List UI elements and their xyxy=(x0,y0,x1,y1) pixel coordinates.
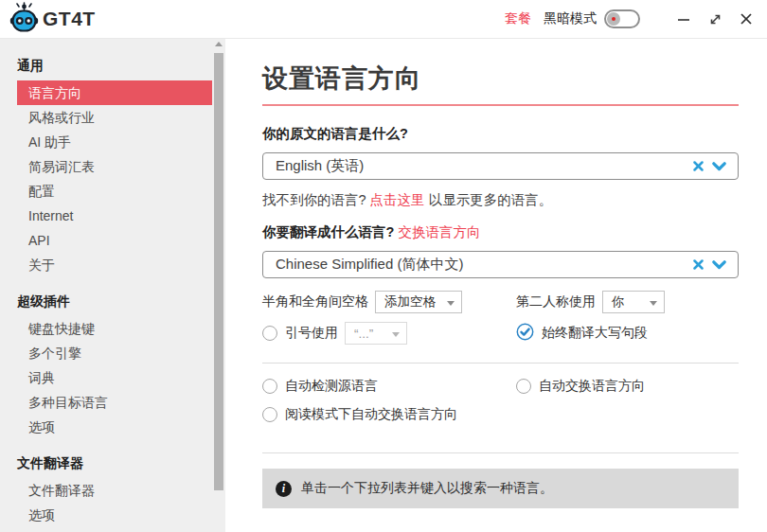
section-title-file-translator: 文件翻译器 xyxy=(17,452,225,474)
toggle-knob xyxy=(607,12,620,26)
sidebar-item-multiple-engines[interactable]: 多个引擎 xyxy=(17,341,212,365)
page-title: 设置语言方向 xyxy=(262,62,739,96)
sidebar-item-options-file[interactable]: 选项 xyxy=(17,503,212,527)
tip-box: i 单击一个下拉列表并键入以搜索一种语言。 xyxy=(262,469,739,508)
fine-options: 半角和全角间空格 添加空格 第二人称使用 你 引号使用 “...” xyxy=(262,291,739,345)
source-language-value: English (英语) xyxy=(276,157,364,175)
quotes-radio[interactable] xyxy=(262,326,277,341)
divider xyxy=(262,452,739,453)
info-icon: i xyxy=(276,481,292,497)
app-name: GT4T xyxy=(43,8,96,30)
divider xyxy=(262,363,739,364)
auto-detect-option: 自动检测源语言 xyxy=(262,376,516,397)
tip-text: 单击一个下拉列表并键入以搜索一种语言。 xyxy=(301,480,553,497)
caret-down-icon xyxy=(447,301,455,306)
chevron-down-icon[interactable] xyxy=(712,158,726,175)
titlebar: GT4T 套餐 黑暗模式 xyxy=(0,0,767,39)
sidebar-item-about[interactable]: 关于 xyxy=(17,253,212,277)
auto-swap-option: 自动交换语言方向 xyxy=(516,376,739,397)
sidebar-item-multiple-targets[interactable]: 多种目标语言 xyxy=(17,390,212,415)
sidebar-item-language-direction[interactable]: 语言方向 xyxy=(17,80,212,105)
reading-mode-label: 阅读模式下自动交换语言方向 xyxy=(285,406,457,423)
sidebar-item-simple-glossary[interactable]: 简易词汇表 xyxy=(17,154,212,179)
auto-detect-label: 自动检测源语言 xyxy=(285,378,378,395)
dark-mode-toggle[interactable] xyxy=(604,9,640,28)
sidebar-scrollbar[interactable] xyxy=(212,39,225,532)
check-circle-icon[interactable] xyxy=(516,323,534,344)
sidebar-item-api[interactable]: API xyxy=(17,228,212,253)
second-person-label: 第二人称使用 xyxy=(516,293,596,310)
dark-mode-label: 黑暗模式 xyxy=(544,10,597,27)
auto-detect-radio[interactable] xyxy=(262,379,277,394)
sidebar-item-internet[interactable]: Internet xyxy=(17,204,212,228)
reading-mode-radio[interactable] xyxy=(262,407,277,422)
close-button[interactable] xyxy=(739,11,754,27)
sidebar-item-keyboard-shortcuts[interactable]: 键盘快捷键 xyxy=(17,316,212,341)
titlebar-actions: 套餐 黑暗模式 xyxy=(505,9,754,28)
title-underline xyxy=(262,104,739,106)
auto-options: 自动检测源语言 自动交换语言方向 阅读模式下自动交换语言方向 xyxy=(262,376,739,425)
quotes-option: 引号使用 “...” xyxy=(262,322,516,345)
spacing-option: 半角和全角间空格 添加空格 xyxy=(262,291,516,313)
capitalized-label: 始终翻译大写句段 xyxy=(542,325,648,342)
click-here-link[interactable]: 点击这里 xyxy=(370,192,425,207)
sidebar-item-file-translator[interactable]: 文件翻译器 xyxy=(17,478,212,503)
sidebar-item-configuration[interactable]: 配置 xyxy=(17,179,212,204)
auto-swap-label: 自动交换语言方向 xyxy=(539,378,645,395)
plan-link[interactable]: 套餐 xyxy=(505,10,531,27)
language-not-found-help: 找不到你的语言? 点击这里 以显示更多的语言。 xyxy=(262,191,739,209)
swap-direction-link[interactable]: 交换语言方向 xyxy=(398,224,480,239)
auto-swap-radio[interactable] xyxy=(516,379,531,394)
sidebar: 通用 语言方向 风格或行业 AI 助手 简易词汇表 配置 Internet AP… xyxy=(0,39,225,532)
sidebar-item-style-industry[interactable]: 风格或行业 xyxy=(17,105,212,130)
spacing-label: 半角和全角间空格 xyxy=(262,293,368,310)
sidebar-section-file-translator: 文件翻译器 文件翻译器 选项 xyxy=(17,452,225,527)
caret-down-icon xyxy=(650,301,657,306)
target-language-select[interactable]: Chinese Simplified (简体中文) xyxy=(262,251,739,278)
sidebar-item-dictionary[interactable]: 词典 xyxy=(17,365,212,390)
sidebar-section-super-plugin: 超级插件 键盘快捷键 多个引擎 词典 多种目标语言 选项 xyxy=(17,290,225,439)
spacing-select[interactable]: 添加空格 xyxy=(375,291,462,313)
caret-down-icon xyxy=(392,332,400,337)
reading-mode-option: 阅读模式下自动交换语言方向 xyxy=(262,404,516,425)
settings-panel: 设置语言方向 你的原文的语言是什么? English (英语) 找不到你的语言? xyxy=(225,39,767,532)
quotes-select[interactable]: “...” xyxy=(345,322,407,345)
app-logo: GT4T xyxy=(9,2,96,37)
robot-logo-icon xyxy=(9,2,39,37)
sidebar-item-ai-assistant[interactable]: AI 助手 xyxy=(17,130,212,154)
source-language-select[interactable]: English (英语) xyxy=(262,152,739,180)
scrollbar-thumb[interactable] xyxy=(214,53,223,490)
second-person-select[interactable]: 你 xyxy=(602,291,665,313)
chevron-down-icon[interactable] xyxy=(712,257,726,274)
section-title-general: 通用 xyxy=(17,54,225,77)
capitalized-option: 始终翻译大写句段 xyxy=(516,322,739,345)
target-language-question: 你要翻译成什么语言? 交换语言方向 xyxy=(262,223,739,241)
window-controls xyxy=(676,11,754,27)
quotes-label: 引号使用 xyxy=(285,325,338,342)
target-language-value: Chinese Simplified (简体中文) xyxy=(276,256,463,274)
second-person-option: 第二人称使用 你 xyxy=(516,291,739,313)
gt4t-window: GT4T 套餐 黑暗模式 xyxy=(0,0,767,532)
scrollbar-up-arrow-icon[interactable] xyxy=(215,42,223,46)
minimize-button[interactable] xyxy=(676,11,691,27)
clear-icon[interactable] xyxy=(693,158,704,175)
resize-button[interactable] xyxy=(707,11,722,27)
source-language-question: 你的原文的语言是什么? xyxy=(262,125,739,143)
section-title-super-plugin: 超级插件 xyxy=(17,290,225,312)
sidebar-item-options-plugin[interactable]: 选项 xyxy=(17,415,212,439)
clear-icon[interactable] xyxy=(693,257,704,274)
sidebar-section-general: 通用 语言方向 风格或行业 AI 助手 简易词汇表 配置 Internet AP… xyxy=(17,54,225,277)
